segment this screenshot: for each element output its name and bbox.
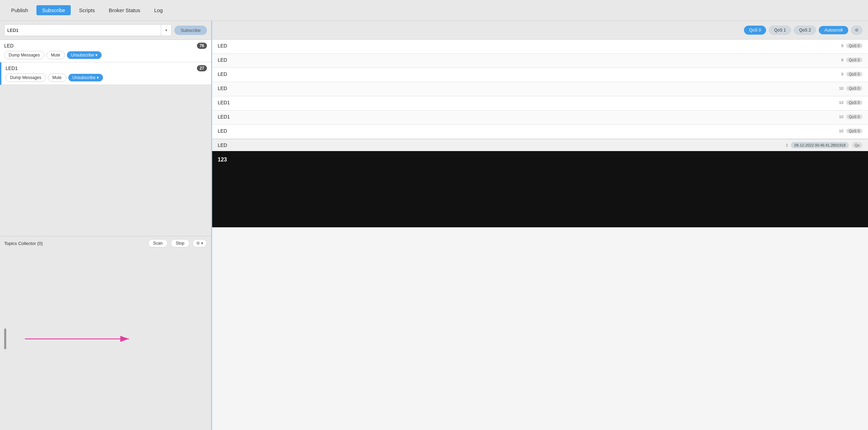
right-panel: QoS 0 QoS 1 QoS 2 Autoscroll ⚙ LED 9 QoS… xyxy=(212,21,868,430)
arrow-icon xyxy=(25,334,136,344)
subscription-list: LED 76 Dump Messages Mute Unsubscribe ▾ … xyxy=(0,40,211,236)
led-dump-messages-button[interactable]: Dump Messages xyxy=(4,51,44,59)
message-list: LED 9 QoS 0 LED 9 QoS 0 xyxy=(212,40,868,430)
msg-topic: LED xyxy=(218,71,227,77)
topic-dropdown-button[interactable]: ▾ xyxy=(161,25,171,36)
message-item: LED1 10 QoS 0 xyxy=(212,111,868,125)
expanded-msg-header: LED 1 08-12-2022 00:46:41.2801918 Qo xyxy=(212,139,868,151)
msg-header: LED1 10 QoS 0 xyxy=(218,114,862,120)
msg-num: 10 xyxy=(839,129,843,133)
tab-log[interactable]: Log xyxy=(149,5,168,15)
msg-num: 9 xyxy=(841,72,843,76)
expanded-msg-meta: 1 08-12-2022 00:46:41.2801918 Qo xyxy=(786,142,862,148)
msg-header: LED 9 QoS 0 xyxy=(218,43,862,49)
message-item: LED 9 QoS 0 xyxy=(212,68,868,82)
msg-header: LED 10 QoS 0 xyxy=(218,86,862,91)
autoscroll-button[interactable]: Autoscroll xyxy=(819,26,848,34)
led1-dump-messages-button[interactable]: Dump Messages xyxy=(6,73,46,82)
qos-badge: QoS 0 xyxy=(846,129,862,133)
msg-topic: LED xyxy=(218,57,227,63)
sub-led-actions: Dump Messages Mute Unsubscribe ▾ xyxy=(4,51,207,59)
msg-meta: 10 QoS 0 xyxy=(839,100,862,105)
subscribe-bar: ▾ Subscribe xyxy=(0,21,211,40)
sub-led1-actions: Dump Messages Mute Unsubscribe ▾ xyxy=(6,73,207,82)
msg-topic: LED1 xyxy=(218,114,230,120)
qos0-button[interactable]: QoS 0 xyxy=(744,26,766,35)
message-item: LED 10 QoS 0 xyxy=(212,125,868,139)
qos-badge: QoS 0 xyxy=(846,43,862,48)
msg-topic: LED xyxy=(218,86,227,91)
qos-bar: QoS 0 QoS 1 QoS 2 Autoscroll ⚙ xyxy=(212,21,868,40)
topics-collector: Topics Collector (0) Scan Stop ⚙ ▾ xyxy=(0,236,211,430)
topics-body xyxy=(4,250,207,427)
qos2-button[interactable]: QoS 2 xyxy=(794,26,816,35)
msg-header: LED 10 QoS 0 xyxy=(218,128,862,134)
msg-topic: LED xyxy=(218,43,227,49)
msg-meta: 10 QoS 0 xyxy=(839,114,862,119)
tab-scripts[interactable]: Scripts xyxy=(73,5,101,15)
msg-num: 9 xyxy=(841,58,843,62)
sub-led-count: 76 xyxy=(197,43,207,49)
topic-input[interactable] xyxy=(5,26,161,34)
sub-led1-name: LED1 xyxy=(6,65,18,71)
subscription-led: LED 76 Dump Messages Mute Unsubscribe ▾ xyxy=(0,40,211,62)
msg-content-black: 123 xyxy=(212,151,868,227)
qos1-button[interactable]: QoS 1 xyxy=(769,26,791,35)
expanded-message: LED 1 08-12-2022 00:46:41.2801918 Qo 123 xyxy=(212,139,868,227)
topics-collector-header: Topics Collector (0) Scan Stop ⚙ ▾ xyxy=(4,239,207,247)
msg-num: 10 xyxy=(839,86,843,90)
topics-gear-button[interactable]: ⚙ ▾ xyxy=(192,239,207,247)
left-panel: ▾ Subscribe LED 76 Dump Messages Mute Un… xyxy=(0,21,212,430)
msg-topic: LED1 xyxy=(218,100,230,105)
message-item: LED 9 QoS 0 xyxy=(212,40,868,54)
sub-led1-count: 27 xyxy=(197,65,207,71)
message-item: LED1 10 QoS 0 xyxy=(212,96,868,111)
msg-num: 9 xyxy=(841,44,843,48)
subscribe-button[interactable]: Subscribe xyxy=(174,26,207,35)
sub-led-header: LED 76 xyxy=(4,43,207,49)
stop-button[interactable]: Stop xyxy=(171,239,190,247)
top-nav: Publish Subscribe Scripts Broker Status … xyxy=(0,0,868,21)
sub-led1-header: LED1 27 xyxy=(6,65,207,71)
qos-badge: QoS 0 xyxy=(846,72,862,77)
msg-num: 10 xyxy=(839,100,843,105)
msg-meta: 9 QoS 0 xyxy=(841,43,862,48)
message-item: LED 9 QoS 0 xyxy=(212,54,868,68)
msg-header: LED1 10 QoS 0 xyxy=(218,100,862,105)
led1-unsubscribe-button[interactable]: Unsubscribe ▾ xyxy=(68,74,103,81)
qos-badge: QoS 0 xyxy=(846,114,862,119)
left-scrollbar[interactable] xyxy=(4,328,6,349)
tab-broker-status[interactable]: Broker Status xyxy=(103,5,146,15)
subscription-led1: LED1 27 Dump Messages Mute Unsubscribe ▾ xyxy=(0,62,211,85)
msg-meta: 10 QoS 0 xyxy=(839,86,862,91)
msg-topic: LED xyxy=(218,128,227,134)
msg-header: LED 9 QoS 0 xyxy=(218,71,862,77)
timestamp-badge: 08-12-2022 00:46:41.2801918 xyxy=(791,142,849,148)
expanded-qos-badge: Qo xyxy=(852,142,862,148)
message-item: LED 10 QoS 0 xyxy=(212,82,868,96)
sub-led-name: LED xyxy=(4,43,14,49)
expanded-msg-topic: LED xyxy=(218,142,227,148)
msg-meta: 9 QoS 0 xyxy=(841,72,862,77)
expanded-msg-num: 1 xyxy=(786,143,788,147)
qos-badge: QoS 0 xyxy=(846,100,862,105)
tab-subscribe[interactable]: Subscribe xyxy=(36,5,71,15)
led1-mute-button[interactable]: Mute xyxy=(48,73,66,82)
tab-publish[interactable]: Publish xyxy=(6,5,34,15)
qos-badge: QoS 0 xyxy=(846,58,862,62)
msg-header: LED 9 QoS 0 xyxy=(218,57,862,63)
topics-collector-title: Topics Collector (0) xyxy=(4,241,145,246)
led-unsubscribe-button[interactable]: Unsubscribe ▾ xyxy=(67,51,102,59)
right-settings-button[interactable]: ⚙ xyxy=(851,26,862,35)
msg-meta: 10 QoS 0 xyxy=(839,129,862,133)
main-layout: ▾ Subscribe LED 76 Dump Messages Mute Un… xyxy=(0,21,868,430)
topic-input-wrap: ▾ xyxy=(4,24,172,36)
msg-num: 10 xyxy=(839,115,843,119)
msg-meta: 9 QoS 0 xyxy=(841,58,862,62)
scan-button[interactable]: Scan xyxy=(148,239,168,247)
qos-badge: QoS 0 xyxy=(846,86,862,91)
led-mute-button[interactable]: Mute xyxy=(46,51,65,59)
